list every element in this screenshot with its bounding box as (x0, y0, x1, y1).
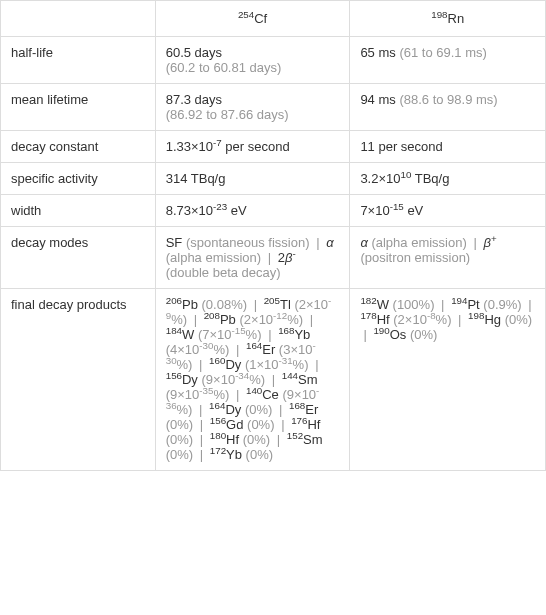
separator: | (200, 447, 203, 462)
separator: | (199, 357, 202, 372)
empty-header (1, 1, 156, 37)
halflife-rn: 65 ms (61 to 69.1 ms) (350, 37, 546, 84)
specificactivity-rn: 3.2×1010 TBq/g (350, 163, 546, 195)
product-pct: (1×10-31%) (245, 357, 309, 372)
product-mass: 164 (209, 400, 225, 411)
value-range: (88.6 to 98.9 ms) (399, 92, 497, 107)
row-label: decay modes (1, 227, 156, 289)
decayconstant-row: decay constant 1.33×10-7 per second 11 p… (1, 131, 546, 163)
separator: | (315, 357, 318, 372)
product-pct: (0%) (245, 402, 272, 417)
decaymodes-row: decay modes SF (spontaneous fission) | α… (1, 227, 546, 289)
product-symbol: W (377, 297, 389, 312)
product-mass: 160 (209, 355, 225, 366)
meanlifetime-rn: 94 ms (88.6 to 98.9 ms) (350, 84, 546, 131)
isotope-header-cf: 254Cf (155, 1, 350, 37)
width-rn: 7×10-15 eV (350, 195, 546, 227)
product-mass: 190 (373, 325, 389, 336)
product-pct: (0%) (243, 432, 270, 447)
product-symbol: Ce (262, 387, 279, 402)
value-base: 3.2×10 (360, 171, 400, 186)
product-symbol: Yb (294, 327, 310, 342)
mode-2beta-sup: - (292, 248, 295, 259)
product-pct: (2×10-8%) (393, 312, 451, 327)
product-mass: 182 (360, 295, 376, 306)
product-mass: 144 (282, 370, 298, 381)
product-pct: (0%) (166, 447, 193, 462)
row-label: width (1, 195, 156, 227)
mode-sf-desc: (spontaneous fission) (182, 235, 309, 250)
product-pct: (0.9%) (483, 297, 521, 312)
specificactivity-row: specific activity 314 TBq/g 3.2×1010 TBq… (1, 163, 546, 195)
product-symbol: Sm (303, 432, 323, 447)
mode-beta-sup: + (491, 233, 497, 244)
finaldecay-rn: 182W (100%) | 194Pt (0.9%) | 178Hf (2×10… (350, 289, 546, 471)
value-unit: per second (222, 139, 290, 154)
separator: | (254, 297, 257, 312)
product-symbol: W (182, 327, 194, 342)
product-mass: 168 (289, 400, 305, 411)
separator: | (200, 432, 203, 447)
value-exp: -15 (390, 201, 404, 212)
value-base: 8.73×10 (166, 203, 213, 218)
separator: | (272, 372, 275, 387)
decayconstant-cf: 1.33×10-7 per second (155, 131, 350, 163)
row-label: final decay products (1, 289, 156, 471)
mode-beta: β (483, 235, 490, 250)
separator: | (268, 250, 271, 265)
product-pct-exp: -8 (427, 310, 436, 321)
product-mass: 184 (166, 325, 182, 336)
separator: | (199, 402, 202, 417)
product-mass: 164 (246, 340, 262, 351)
value-exp: -23 (213, 201, 227, 212)
value-range: (61 to 69.1 ms) (399, 45, 486, 60)
halflife-cf: 60.5 days (60.2 to 60.81 days) (155, 37, 350, 84)
finaldecay-row: final decay products 206Pb (0.08%) | 205… (1, 289, 546, 471)
mode-2beta-desc: (double beta decay) (166, 265, 281, 280)
product-symbol: Pb (182, 297, 198, 312)
element-symbol: Rn (448, 11, 465, 26)
separator: | (528, 297, 531, 312)
value-main: 94 ms (360, 92, 395, 107)
product-pct-exp: -30 (199, 340, 213, 351)
halflife-row: half-life 60.5 days (60.2 to 60.81 days)… (1, 37, 546, 84)
product-pct: (0%) (166, 432, 193, 447)
value-exp: -7 (213, 137, 222, 148)
separator: | (281, 417, 284, 432)
product-symbol: Yb (226, 447, 242, 462)
separator: | (236, 387, 239, 402)
mode-alpha-desc: (alpha emission) (166, 250, 261, 265)
value-main: 60.5 days (166, 45, 222, 60)
product-symbol: Dy (225, 402, 241, 417)
meanlifetime-row: mean lifetime 87.3 days (86.92 to 87.66 … (1, 84, 546, 131)
value-unit: eV (404, 203, 424, 218)
product-pct: (0%) (166, 417, 193, 432)
decay-product: 194Pt (0.9%) (451, 297, 522, 312)
decaymodes-rn: α (alpha emission) | β+ (positron emissi… (350, 227, 546, 289)
mode-sf: SF (166, 235, 183, 250)
value-base: 7×10 (360, 203, 389, 218)
value-base: 1.33×10 (166, 139, 213, 154)
product-mass: 208 (204, 310, 220, 321)
product-mass: 206 (166, 295, 182, 306)
product-symbol: Hf (226, 432, 239, 447)
header-row: 254Cf 198Rn (1, 1, 546, 37)
product-mass: 176 (291, 415, 307, 426)
mass-number: 198 (431, 9, 447, 20)
separator: | (268, 327, 271, 342)
product-symbol: Dy (182, 372, 198, 387)
separator: | (473, 235, 476, 250)
meanlifetime-cf: 87.3 days (86.92 to 87.66 days) (155, 84, 350, 131)
element-symbol: Cf (254, 11, 267, 26)
product-pct-exp: -15 (232, 325, 246, 336)
value-main: 65 ms (360, 45, 395, 60)
width-cf: 8.73×10-23 eV (155, 195, 350, 227)
row-label: mean lifetime (1, 84, 156, 131)
separator: | (458, 312, 461, 327)
decay-product: 190Os (0%) (373, 327, 437, 342)
product-symbol: Hg (484, 312, 501, 327)
product-mass: 198 (468, 310, 484, 321)
product-mass: 152 (287, 430, 303, 441)
product-pct: (0%) (247, 417, 274, 432)
product-symbol: Er (262, 342, 275, 357)
